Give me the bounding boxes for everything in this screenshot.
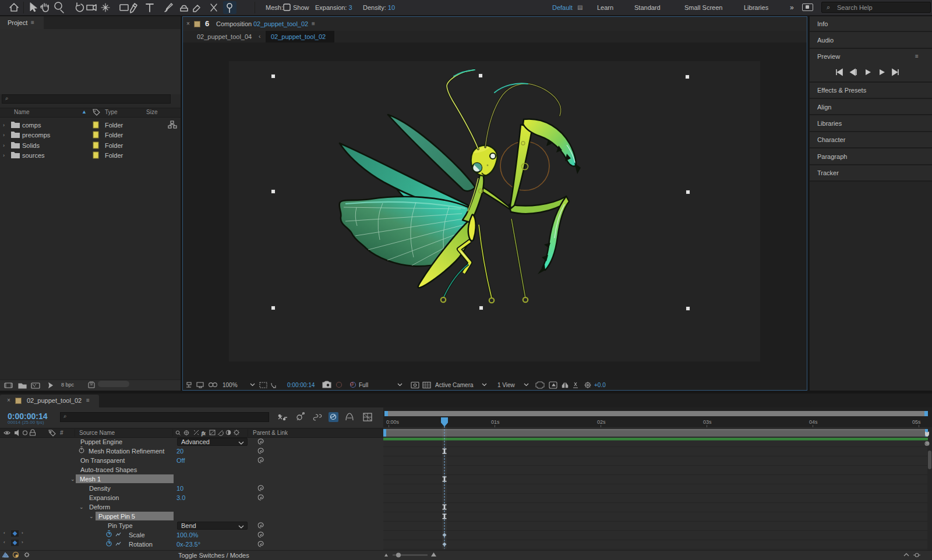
svg-text:›: › — [22, 540, 23, 545]
svg-text:›: › — [3, 132, 5, 138]
svg-text:0:00s: 0:00s — [386, 419, 400, 425]
svg-text:⌄: ⌄ — [89, 513, 94, 519]
svg-text:⌄: ⌄ — [79, 504, 84, 510]
svg-text:›: › — [3, 143, 5, 148]
svg-text:comps: comps — [22, 122, 41, 129]
svg-text:›: › — [3, 153, 5, 158]
svg-text:Folder: Folder — [105, 122, 123, 129]
svg-text:Folder: Folder — [105, 132, 123, 139]
svg-text:precomps: precomps — [22, 132, 51, 139]
svg-text:‹: ‹ — [3, 530, 5, 536]
svg-text:Solids: Solids — [22, 142, 40, 149]
svg-text:Parent & Link: Parent & Link — [253, 430, 288, 436]
svg-text:03s: 03s — [703, 419, 712, 425]
svg-text:fx: fx — [202, 430, 206, 436]
svg-text:04s: 04s — [809, 419, 818, 425]
svg-text:05s: 05s — [912, 419, 921, 425]
svg-text:⌄: ⌄ — [70, 476, 75, 482]
svg-text:›: › — [3, 122, 5, 128]
svg-text:Folder: Folder — [105, 142, 123, 149]
svg-text:100%: 100% — [223, 382, 238, 388]
svg-text:#: # — [60, 430, 63, 436]
svg-text:Folder: Folder — [105, 152, 123, 159]
svg-text:02s: 02s — [597, 419, 606, 425]
svg-text:›: › — [22, 530, 23, 536]
svg-text:‹: ‹ — [3, 540, 5, 545]
svg-text:Active Camera: Active Camera — [435, 382, 474, 388]
svg-text:+0.0: +0.0 — [594, 382, 606, 388]
svg-text:1 View: 1 View — [497, 382, 516, 388]
svg-text:sources: sources — [22, 152, 45, 159]
svg-text:0:00:00:14: 0:00:00:14 — [287, 382, 315, 388]
svg-text:Source Name: Source Name — [79, 430, 115, 436]
svg-text:Full: Full — [359, 382, 368, 388]
svg-text:01s: 01s — [491, 419, 500, 425]
